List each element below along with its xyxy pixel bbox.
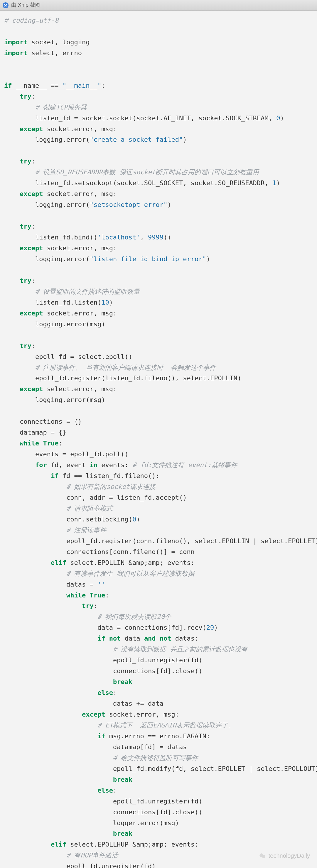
code-text: logging.error( [35,255,90,262]
titlebar: 由 Xnip 截图 [0,0,317,10]
code-text: listen_fd = socket.socket(socket.AF_INET… [35,115,276,122]
code-text: select.EPOLLHUP &amp;amp; events: [66,841,198,848]
titlebar-text: 由 Xnip 截图 [11,1,40,9]
code-comment: # 注册读事件 [66,526,106,534]
kw-if: if [4,82,12,89]
code-text: : [58,440,62,447]
kw-import: import [4,49,27,57]
code-text: epoll_fd.unregister(fd) [66,862,156,868]
code-text: events = epoll_fd.poll() [35,451,129,458]
code-text: select.EPOLLIN &amp;amp; events: [66,559,195,566]
code-num: 10 [101,299,109,306]
code-text: select, errno [27,49,82,57]
kw-while: while [20,440,39,447]
code-text: epoll_fd.register(listen_fd.fileno(), se… [35,374,241,382]
kw-except: except [82,711,105,718]
kw-break: break [113,678,132,685]
code-text: : [31,342,35,349]
code-comment: # 我们每次就去读取20个 [97,613,171,620]
code-text: epoll_fd = select.epoll() [35,353,132,360]
code-text: logging.error( [35,201,90,208]
code-text: events: [97,461,132,469]
code-text: datamap = {} [20,429,66,436]
code-comment: # 有HUP事件激活 [66,851,118,859]
code-text [105,635,109,642]
code-comment: # fd:文件描述符 event:就绪事件 [132,461,237,469]
kw-while: while [66,592,86,599]
kw-try: try [20,342,31,349]
code-text: data [121,635,144,642]
kw-break: break [113,830,132,837]
kw-except: except [20,190,43,197]
code-text: data = connections[fd].recv( [97,624,207,631]
code-str: 'localhost' [97,234,140,241]
code-comment: # 设置SO_REUSEADDR参数 保证socket断开时其占用的端口可以立刻… [35,168,259,176]
code-text: : [31,93,35,100]
code-text: fd, event [47,461,90,469]
code-text: socket.error, msg: [43,190,117,197]
code-text: datas: [171,635,199,642]
code-text: datas = [66,581,97,588]
code-num: 9999 [148,234,163,241]
code-text: connections[conn.fileno()] = conn [66,548,195,556]
code-num: 0 [276,115,280,122]
code-text: )) [163,234,171,241]
kw-try: try [20,158,31,165]
code-comment: # 没有读取到数据 并且之前的累计数据也没有 [113,646,248,653]
code-text [156,635,160,642]
kw-try: try [20,223,31,230]
kw-try: try [20,277,31,284]
code-text: logging.error( [35,136,90,143]
code-text: epoll_fd.unregister(fd) [113,656,202,664]
kw-import: import [4,38,27,46]
code-text: epoll_fd.modify(fd, select.EPOLLET | sel… [113,765,317,772]
code-text: ) [183,136,187,143]
code-text: connections[fd].close() [113,808,202,816]
code-num: 0 [132,516,136,523]
code-text: ) [214,624,218,631]
code-comment: # coding=utf-8 [4,17,58,24]
code-comment: # ET模式下 返回EAGAIN表示数据读取完了。 [97,721,234,729]
code-text: logger.error(msg) [113,819,179,827]
code-comment: # 创建TCP服务器 [35,103,87,111]
code-comment: # 注册读事件。 当有新的客户端请求连接时 会触发这个事件 [35,364,216,371]
kw-else: else [97,787,113,794]
code-num: 1 [273,179,276,187]
code-num: 20 [207,624,214,631]
kw-try: try [82,602,94,610]
code-text: : [101,82,105,89]
code-str: "create a socket failed" [90,136,183,143]
kw-in: in [90,461,97,469]
code-comment: # 给文件描述符监听可写事件 [113,754,198,762]
kw-true: True [90,592,105,599]
kw-elif: elif [51,841,66,848]
code-text: socket.error, msg: [105,711,179,718]
kw-not: not [109,635,121,642]
code-text: ) [136,516,140,523]
code-text: logging.error(msg) [35,396,105,403]
code-text [39,440,43,447]
code-comment: # 如果有新的socket请求连接 [66,483,156,490]
kw-and: and [144,635,156,642]
code-str: "setsocketopt error" [90,201,167,208]
xnip-app-icon [2,2,9,8]
kw-except: except [20,125,43,133]
code-comment: # 有读事件发生 我们可以从客户端读取数据 [66,570,194,577]
code-text: __name__ == [12,82,63,89]
code-text: select.error, msg: [43,385,117,393]
code-text: connections = {} [20,418,82,425]
code-text: socket.error, msg: [43,125,117,133]
code-text: , [140,234,148,241]
code-block: # coding=utf-8 import socket, logging im… [0,10,317,868]
code-text: connections[fd].close() [113,667,202,675]
code-text: socket, logging [27,38,90,46]
code-text: : [31,277,35,284]
code-text: ) [207,255,210,262]
code-text: ) [276,179,280,187]
kw-except: except [20,244,43,252]
code-str: "listen file id bind ip error" [90,255,206,262]
code-text: epoll_fd.unregister(fd) [113,798,202,805]
kw-except: except [20,385,43,393]
kw-if: if [51,472,59,479]
kw-not: not [160,635,171,642]
